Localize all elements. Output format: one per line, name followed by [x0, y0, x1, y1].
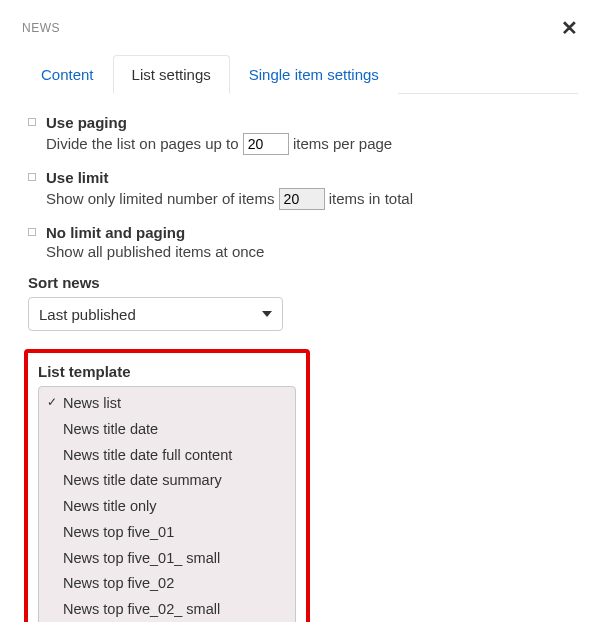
list-template-option[interactable]: News title date full content	[39, 443, 295, 469]
list-options: Use paging Divide the list on pages up t…	[28, 114, 578, 260]
list-template-option[interactable]: News title date summary	[39, 468, 295, 494]
option-desc: Show only limited number of items items …	[46, 188, 578, 210]
tab-list-settings[interactable]: List settings	[113, 55, 230, 94]
option-use-limit[interactable]: Use limit Show only limited number of it…	[28, 169, 578, 210]
list-template-dropdown[interactable]: News listNews title dateNews title date …	[38, 386, 296, 622]
list-template-option[interactable]: News title only	[39, 494, 295, 520]
close-icon[interactable]: ✕	[561, 18, 578, 38]
list-template-highlight: List template News listNews title dateNe…	[24, 349, 310, 622]
list-template-option[interactable]: News top five_02	[39, 571, 295, 597]
text: items per page	[293, 135, 392, 152]
option-no-limit[interactable]: No limit and paging Show all published i…	[28, 224, 578, 260]
list-template-option[interactable]: News list	[39, 391, 295, 417]
option-title: No limit and paging	[46, 224, 578, 241]
list-template-option[interactable]: News top five_01	[39, 520, 295, 546]
paging-items-input[interactable]	[243, 133, 289, 155]
tab-content[interactable]: Content	[22, 55, 113, 94]
dialog-header: NEWS ✕	[22, 18, 578, 38]
sort-label: Sort news	[28, 274, 578, 291]
text: Divide the list on pages up to	[46, 135, 239, 152]
sort-selected-value: Last published	[39, 306, 136, 323]
option-title: Use paging	[46, 114, 578, 131]
limit-items-input[interactable]	[279, 188, 325, 210]
list-template-option[interactable]: News title date	[39, 417, 295, 443]
option-title: Use limit	[46, 169, 578, 186]
news-settings-dialog: NEWS ✕ Content List settings Single item…	[0, 0, 600, 622]
tabs: Content List settings Single item settin…	[22, 54, 578, 94]
chevron-down-icon	[262, 311, 272, 317]
tab-single-item[interactable]: Single item settings	[230, 55, 398, 94]
option-desc: Show all published items at once	[46, 243, 578, 260]
list-template-option[interactable]: News top five_01_ small	[39, 546, 295, 572]
dialog-title: NEWS	[22, 21, 60, 35]
option-use-paging[interactable]: Use paging Divide the list on pages up t…	[28, 114, 578, 155]
sort-select[interactable]: Last published	[28, 297, 283, 331]
option-desc: Divide the list on pages up to items per…	[46, 133, 578, 155]
text: items in total	[329, 190, 413, 207]
list-template-option[interactable]: News top five_02_ small	[39, 597, 295, 622]
text: Show only limited number of items	[46, 190, 274, 207]
list-template-label: List template	[38, 363, 296, 380]
